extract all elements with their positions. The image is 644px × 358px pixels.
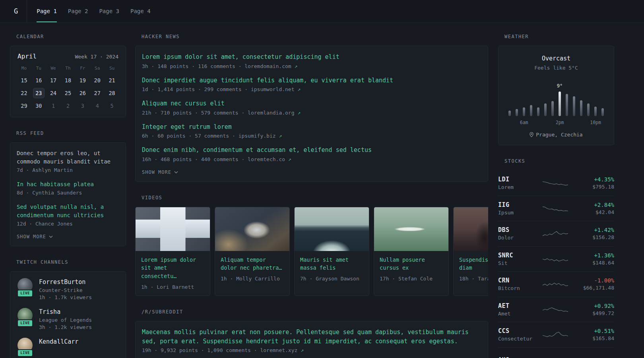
stock-sparkline <box>535 178 576 188</box>
live-badge: LIVE <box>17 349 33 357</box>
stock-id: DBS Dolor <box>498 226 535 241</box>
rss-show-more-button[interactable]: SHOW MORE <box>17 234 119 239</box>
calendar-day[interactable]: 29 <box>19 101 29 111</box>
post-title[interactable]: Aliquam nec cursus elit <box>142 99 225 108</box>
twitch-channel[interactable]: LIVE ForrestBurton Counter-Strike 1h · 1… <box>17 278 119 300</box>
post-item: Aliquam nec cursus elit 21h · 710 points… <box>142 99 481 116</box>
video-card[interactable]: Mauris sit amet massa felis 7h · Grayson… <box>294 207 369 296</box>
video-card[interactable]: Suspendisse tempor diam 18h · Tara <box>453 207 488 296</box>
calendar-day[interactable]: 1 <box>48 101 59 111</box>
rss-list: Donec tempor eros leo, ut commodo mauris… <box>17 149 119 227</box>
calendar-day[interactable]: 20 <box>92 76 103 85</box>
post-title[interactable]: Donec imperdiet augue tincidunt felis al… <box>142 76 393 85</box>
calendar-day[interactable]: 16 <box>33 76 44 85</box>
rss-item-title[interactable]: Donec tempor eros leo, ut commodo mauris… <box>17 149 119 166</box>
post-title[interactable]: Donec enim nibh, condimentum et accumsan… <box>142 146 372 155</box>
weather-feels-like: Feels like 5°C <box>505 65 607 71</box>
weather-bar <box>537 107 539 116</box>
post-title[interactable]: Lorem ipsum dolor sit amet, consectetur … <box>142 53 339 62</box>
post-stats: 19h · 9,932 points · 1,090 comments · <box>142 347 260 353</box>
calendar-day[interactable]: 15 <box>19 76 29 85</box>
stock-row: AET Amet +0.92% $499.72 <box>498 297 614 322</box>
video-meta: 7h · Grayson Dawson <box>300 276 363 282</box>
channel-name[interactable]: KendallCarr <box>39 338 78 345</box>
calendar-day[interactable]: 21 <box>107 76 117 85</box>
channel-name[interactable]: Trisha <box>39 308 92 315</box>
calendar-day-header: Tu <box>31 66 46 72</box>
rss-item-title[interactable]: In hac habitasse platea <box>17 180 119 189</box>
weather-bar <box>544 103 547 116</box>
calendar-day[interactable]: 3 <box>77 101 88 111</box>
calendar-header: April Week 17 · 2024 <box>17 53 119 60</box>
video-thumbnail <box>215 207 289 251</box>
twitch-channel[interactable]: LIVE Trisha League of Legends 3h · 1.2k … <box>17 308 119 330</box>
video-card[interactable]: Nullam posuere cursus ex 17h · Stefan Co… <box>374 207 449 296</box>
stock-values: +4.35% $795.18 <box>576 176 614 190</box>
twitch-channel[interactable]: LIVE KendallCarr <box>17 338 119 357</box>
video-card[interactable]: Aliquam tempor dolor nec pharetra… 1h · … <box>215 207 290 296</box>
channel-info: ForrestBurton Counter-Strike 1h · 1.7k v… <box>39 278 92 300</box>
topbar-tab[interactable]: Page 2 <box>62 0 94 22</box>
post-meta: 6h · 60 points · 57 comments · ipsumify.… <box>142 133 481 139</box>
video-title[interactable]: Aliquam tempor dolor nec pharetra… <box>221 256 284 272</box>
calendar-day[interactable]: 22 <box>19 88 29 98</box>
tab-label: Page 2 <box>68 8 88 14</box>
hackernews-show-more-button[interactable]: SHOW MORE <box>142 169 481 175</box>
calendar-day[interactable]: 23 <box>33 88 44 98</box>
post-domain-link[interactable]: ipsumify.biz ↗ <box>239 133 282 139</box>
weather-card: Overcast Feels like 5°C 9° 6am2pm10pm Pr… <box>498 46 614 145</box>
post-domain-link[interactable]: loremtech.co ↗ <box>248 156 291 162</box>
stock-row: DBS Dolor +1.42% $156.28 <box>498 221 614 246</box>
calendar-day[interactable]: 5 <box>107 101 117 111</box>
post-meta: 21h · 710 points · 579 comments · loreml… <box>142 110 481 116</box>
post-meta: 1d · 1,414 points · 299 comments · ipsum… <box>142 86 481 92</box>
channel-avatar-wrap: LIVE <box>17 338 33 357</box>
post-domain-link[interactable]: loremdomain.com ↗ <box>244 63 297 69</box>
channel-name[interactable]: ForrestBurton <box>39 278 92 286</box>
weather-location: Prague, Czechia <box>505 132 607 138</box>
video-card[interactable]: Lorem ipsum dolor sit amet consectetu… 1… <box>135 207 210 296</box>
calendar-day[interactable]: 2 <box>62 101 73 111</box>
twitch-widget: TWITCH CHANNELS LIVE ForrestBurton Count… <box>10 259 126 358</box>
weather-bar <box>508 111 511 116</box>
post-domain: loremdomain.com <box>244 63 291 69</box>
post-domain: loremlandia.org <box>248 110 294 116</box>
app-logo[interactable]: G <box>10 0 27 22</box>
calendar-day[interactable]: 28 <box>107 88 117 98</box>
chevron-down-icon <box>49 235 53 238</box>
video-title[interactable]: Suspendisse tempor diam <box>459 256 488 272</box>
calendar-day[interactable]: 18 <box>62 76 73 85</box>
post-stats: 3h · 148 points · 116 comments · <box>142 63 244 69</box>
video-title[interactable]: Nullam posuere cursus ex <box>380 256 443 272</box>
calendar-day[interactable]: 26 <box>77 88 88 98</box>
rss-item-meta: 12d · Chance Jones <box>17 221 119 227</box>
calendar-card: April Week 17 · 2024 MoTuWeThFrSaSu15161… <box>10 46 126 117</box>
twitch-section-title: TWITCH CHANNELS <box>16 259 126 265</box>
left-column: CALENDAR April Week 17 · 2024 MoTuWeThFr… <box>10 34 126 358</box>
post-title[interactable]: Integer eget rutrum lorem <box>142 123 232 132</box>
rss-item-title[interactable]: Sed volutpat nulla nisl, a condimentum n… <box>17 203 119 220</box>
topbar-tab[interactable]: Page 3 <box>93 0 125 22</box>
calendar-month: April <box>17 53 37 60</box>
post-domain-link[interactable]: loremlandia.org ↗ <box>248 110 301 116</box>
post-domain-link[interactable]: loremnet.xyz ↗ <box>260 347 304 353</box>
channel-category: Counter-Strike <box>39 287 92 293</box>
calendar-day[interactable]: 19 <box>77 76 88 85</box>
external-link-icon: ↗ <box>288 156 291 162</box>
calendar-day[interactable]: 17 <box>48 76 59 85</box>
calendar-day[interactable]: 30 <box>33 101 44 111</box>
stock-symbol: CRN <box>498 277 535 284</box>
calendar-day[interactable]: 27 <box>92 88 103 98</box>
video-title[interactable]: Lorem ipsum dolor sit amet consectetu… <box>141 256 204 281</box>
calendar-day[interactable]: 4 <box>92 101 103 111</box>
channel-meta: 1h · 1.7k viewers <box>39 294 92 300</box>
post-domain-link[interactable]: ipsumworld.net ↗ <box>251 86 301 92</box>
post-title[interactable]: Maecenas mollis pulvinar erat non posuer… <box>142 328 481 346</box>
calendar-day[interactable]: 25 <box>62 88 73 98</box>
sparkline-chart <box>542 304 568 315</box>
video-title[interactable]: Mauris sit amet massa felis <box>300 256 363 272</box>
topbar-tab[interactable]: Page 1 <box>31 0 62 22</box>
stock-name: Consectetur <box>498 336 535 342</box>
topbar-tab[interactable]: Page 4 <box>125 0 156 22</box>
calendar-day[interactable]: 24 <box>48 88 59 98</box>
